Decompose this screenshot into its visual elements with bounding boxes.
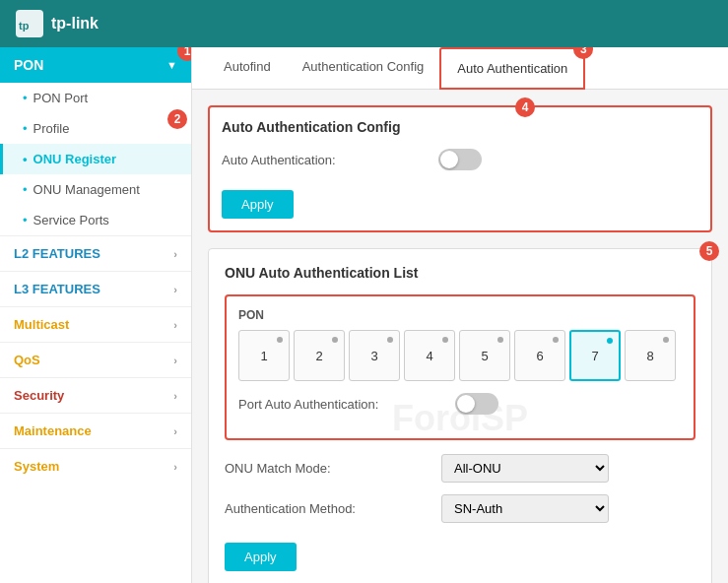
port-5-label: 5 [481,349,488,363]
chevron-down-icon: ▼ [166,59,177,71]
port-1-label: 1 [260,349,267,363]
sidebar-item-l2-features[interactable]: L2 FEATURES › [0,235,191,271]
sidebar-item-pon-label: PON [14,57,43,73]
port-6-label: 6 [536,349,543,363]
chevron-right-icon: › [173,425,177,437]
sidebar-item-pon-port-label: PON Port [33,91,89,105]
chevron-right-icon: › [173,284,177,295]
port-auto-auth-label: Port Auto Authentication: [238,397,455,412]
port-7-label: 7 [591,349,598,363]
port-3[interactable]: 3 [349,330,400,381]
port-3-dot [387,337,393,343]
main-content: Autofind Authentication Config Auto Auth… [192,47,728,583]
tab-auto-auth[interactable]: Auto Authentication 3 [439,47,585,90]
tab-autofind-label: Autofind [224,59,271,74]
port-6-dot [553,337,559,343]
sidebar-item-service-ports[interactable]: Service Ports [0,205,191,235]
chevron-right-icon: › [173,390,177,402]
sidebar: PON ▼ 1 PON Port Profile 2 ONU Register … [0,47,192,583]
auto-auth-toggle[interactable] [438,149,482,170]
apply-button-top[interactable]: Apply [222,190,294,219]
logo-text: tp-link [51,15,99,32]
port-2-dot [332,337,338,343]
port-5-dot [497,337,503,343]
svg-text:tp: tp [19,20,30,32]
auth-method-row: Authentication Method: SN-Auth Password-… [225,494,695,523]
badge-4: 4 [515,97,535,117]
sidebar-item-onu-management-label: ONU Management [33,182,140,197]
tabs: Autofind Authentication Config Auto Auth… [192,47,728,90]
port-auto-auth-toggle[interactable] [455,393,498,415]
sidebar-item-pon-port[interactable]: PON Port [0,83,191,113]
pon-grid-box: PON 1 2 [225,294,695,440]
sidebar-item-maintenance-label: Maintenance [14,423,92,438]
logo: tp tp-link [16,10,99,37]
auto-auth-label: Auto Authentication: [222,153,438,167]
tab-autofind[interactable]: Autofind [208,47,287,89]
badge-2: 2 [167,109,187,129]
sidebar-item-multicast-label: Multicast [14,317,69,332]
sidebar-item-l2-features-label: L2 FEATURES [14,246,100,261]
sidebar-item-system-label: System [14,459,59,474]
port-4-label: 4 [426,349,432,363]
sidebar-item-security-label: Security [14,388,64,403]
tab-auth-config-label: Authentication Config [302,59,425,74]
header: tp tp-link [0,0,728,47]
sidebar-item-service-ports-label: Service Ports [33,213,109,227]
sidebar-item-multicast[interactable]: Multicast › [0,306,191,342]
chevron-right-icon: › [173,355,177,366]
sidebar-item-onu-management[interactable]: ONU Management [0,174,191,205]
badge-3: 3 [573,47,593,59]
port-7[interactable]: 7 [569,330,621,381]
onu-match-mode-row: ONU Match Mode: All-ONU SN Password SN+P… [225,454,695,483]
auth-method-label: Authentication Method: [225,501,441,516]
auth-method-select[interactable]: SN-Auth Password-Auth SN+Password-Auth [441,494,609,523]
port-4-dot [442,337,448,343]
badge-5: 5 [699,241,719,261]
sidebar-item-profile[interactable]: Profile 2 [0,113,191,144]
sidebar-item-qos[interactable]: QoS › [0,342,191,377]
sidebar-item-maintenance[interactable]: Maintenance › [0,413,191,448]
onu-auto-list-wrapper: ONU Auto Authentication List ForoISP PON… [208,248,712,583]
port-8-label: 8 [646,349,653,363]
auto-auth-config-wrapper: Auto Authentication Config Auto Authenti… [208,105,712,232]
chevron-right-icon: › [173,248,177,260]
sidebar-item-pon[interactable]: PON ▼ 1 [0,47,191,83]
port-4[interactable]: 4 [404,330,455,381]
auto-auth-form-row: Auto Authentication: [222,149,698,170]
tab-auth-config[interactable]: Authentication Config [287,47,440,89]
layout: PON ▼ 1 PON Port Profile 2 ONU Register … [0,47,728,583]
sidebar-item-qos-label: QoS [14,353,40,367]
port-6[interactable]: 6 [514,330,565,381]
port-1[interactable]: 1 [238,330,290,381]
sidebar-item-onu-register-label: ONU Register [33,152,117,166]
sidebar-item-profile-label: Profile [33,121,70,136]
sidebar-item-l3-features-label: L3 FEATURES [14,282,100,296]
port-3-label: 3 [370,349,377,363]
chevron-right-icon: › [173,319,177,331]
tab-auto-auth-label: Auto Authentication [457,61,567,76]
sidebar-item-l3-features[interactable]: L3 FEATURES › [0,271,191,306]
apply-button-bottom[interactable]: Apply [225,543,297,571]
port-8-dot [663,337,669,343]
port-auto-auth-row: Port Auto Authentication: [238,393,682,415]
sidebar-item-security[interactable]: Security › [0,377,191,413]
badge-1: 1 [177,47,192,61]
onu-auto-list-title: ONU Auto Authentication List [225,265,695,281]
auto-auth-config-title: Auto Authentication Config [222,119,698,135]
onu-match-mode-label: ONU Match Mode: [225,461,441,476]
port-2-label: 2 [315,349,322,363]
auto-auth-config-section: Auto Authentication Config Auto Authenti… [208,105,712,232]
content: Auto Authentication Config Auto Authenti… [192,90,728,583]
chevron-right-icon: › [173,461,177,473]
onu-match-mode-select[interactable]: All-ONU SN Password SN+Password [441,454,609,483]
sidebar-item-onu-register[interactable]: ONU Register [0,144,191,174]
port-5[interactable]: 5 [459,330,510,381]
port-1-dot [277,337,283,343]
pon-label: PON [238,308,682,322]
tp-link-logo-icon: tp [16,10,43,37]
port-8[interactable]: 8 [625,330,676,381]
sidebar-item-system[interactable]: System › [0,448,191,484]
port-7-dot [607,338,613,344]
port-2[interactable]: 2 [294,330,345,381]
